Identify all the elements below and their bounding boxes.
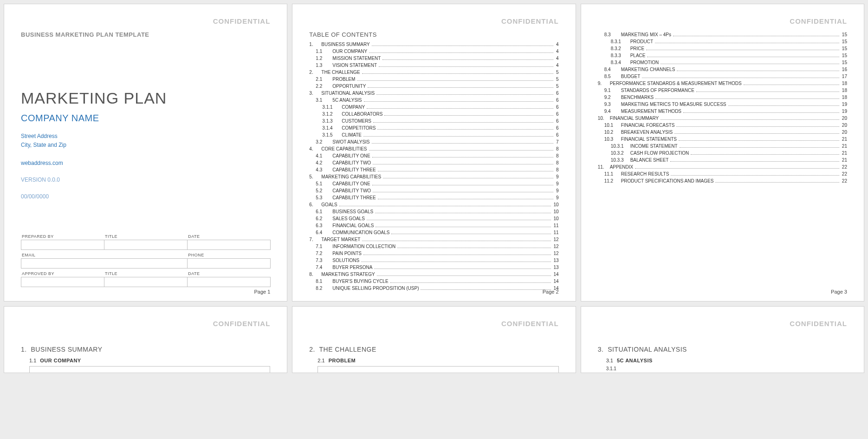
toc-leader-dots xyxy=(373,164,553,164)
toc-leader-dots xyxy=(383,178,553,178)
toc-leader-dots xyxy=(376,227,551,227)
toc-number: 9.1 xyxy=(604,87,618,94)
confidential-watermark: CONFIDENTIAL xyxy=(213,320,271,328)
page-1: CONFIDENTIAL BUSINESS MARKETING PLAN TEM… xyxy=(4,4,287,301)
toc-entry: 8.1BUYER'S BUYING CYCLE14 xyxy=(309,278,558,285)
toc-leader-dots xyxy=(363,255,551,255)
toc-leader-dots xyxy=(378,199,553,199)
toc-page: 6 xyxy=(555,118,559,124)
toc-number: 9.2 xyxy=(604,94,618,101)
signoff-form: PREPARED BY TITLE DATE EMAIL PHONE APPRO… xyxy=(21,232,270,287)
section-heading-1: 1. BUSINESS SUMMARY xyxy=(21,346,270,353)
toc-number: 8.5 xyxy=(604,73,618,80)
toc-entry: 3.1.4COMPETITORS6 xyxy=(309,124,558,131)
toc-leader-dots xyxy=(363,136,553,137)
toc-leader-dots xyxy=(655,98,839,99)
toc-leader-dots xyxy=(339,206,551,206)
toc-leader-dots xyxy=(728,105,839,106)
toc-page: 12 xyxy=(553,243,559,250)
toc-number: 6.1 xyxy=(316,208,330,215)
toc-leader-dots xyxy=(376,94,553,95)
toc-number: 2.1 xyxy=(316,76,330,83)
toc-entry: 6.2SALES GOALS10 xyxy=(309,215,558,222)
toc-number: 8.3.4 xyxy=(611,59,628,66)
toc-text: MARKETING METRICS TO MEASURE SUCCESS xyxy=(618,101,726,108)
input-date[interactable] xyxy=(187,240,271,250)
toc-number: 2.2 xyxy=(316,83,330,90)
toc-number: 10. xyxy=(598,115,607,122)
input-phone[interactable] xyxy=(187,258,271,269)
toc-text: CLIMATE xyxy=(339,131,362,138)
toc-number: 8.3.3 xyxy=(611,52,628,59)
toc-text: CAPABILITY TWO xyxy=(330,187,371,194)
input-approved-by[interactable] xyxy=(21,277,104,287)
toc-number: 1.2 xyxy=(316,55,330,62)
toc-text: PROBLEM xyxy=(330,76,355,83)
input-date-2[interactable] xyxy=(187,277,271,287)
toc-leader-dots xyxy=(364,101,554,102)
toc-text: OUR COMPANY xyxy=(330,48,367,55)
content-placeholder[interactable] xyxy=(29,366,270,373)
content-placeholder[interactable] xyxy=(317,366,558,373)
input-email[interactable] xyxy=(21,258,188,269)
section-title: SITUATIONAL ANALYSIS xyxy=(608,346,687,353)
table-of-contents: 1.BUSINESS SUMMARY41.1OUR COMPANY41.2MIS… xyxy=(309,41,558,292)
toc-page: 21 xyxy=(841,150,847,157)
toc-number: 10.3.1 xyxy=(611,143,628,150)
toc-number: 6. xyxy=(309,201,318,208)
toc-number: 10.3.3 xyxy=(611,157,628,164)
toc-entry: 3.1.1COMPANY6 xyxy=(309,104,558,111)
toc-leader-dots xyxy=(661,119,839,120)
toc-entry: 8.3.1PRODUCT15 xyxy=(598,38,847,45)
toc-page: 8 xyxy=(555,145,559,152)
toc-page: 9 xyxy=(555,187,559,194)
toc-page: 14 xyxy=(553,271,559,278)
toc-text: PRODUCT SPECIFICATIONS AND IMAGES xyxy=(618,177,714,184)
toc-number: 3.1.1 xyxy=(322,104,339,111)
toc-page: 10 xyxy=(553,215,559,222)
toc-leader-dots xyxy=(362,241,551,241)
toc-text: PLACE xyxy=(628,52,646,59)
toc-number: 11.1 xyxy=(604,170,618,177)
toc-number: 7.2 xyxy=(316,250,330,257)
toc-leader-dots xyxy=(677,71,839,71)
toc-page: 6 xyxy=(555,104,559,111)
section-heading-2: 3.15C ANALYSIS xyxy=(598,358,847,363)
toc-number: 8.2 xyxy=(316,285,330,292)
toc-leader-dots xyxy=(661,64,839,64)
toc-page: 15 xyxy=(841,38,847,45)
toc-page: 4 xyxy=(555,62,559,69)
toc-leader-dots xyxy=(378,171,553,171)
input-title[interactable] xyxy=(104,240,188,250)
toc-title: TABLE OF CONTENTS xyxy=(309,31,558,38)
toc-entry: 3.1.2COLLABORATORS6 xyxy=(309,111,558,118)
address-line-1: Street Address xyxy=(21,132,270,141)
toc-text: TARGET MARKET xyxy=(318,236,360,243)
toc-leader-dots xyxy=(670,161,839,162)
toc-entry: 9.3MARKETING METRICS TO MEASURE SUCCESS1… xyxy=(598,101,847,108)
toc-number: 9. xyxy=(598,80,607,87)
toc-page: 9 xyxy=(555,180,559,187)
toc-entry: 7.TARGET MARKET12 xyxy=(309,236,558,243)
toc-page: 12 xyxy=(553,236,559,243)
toc-entry: 9.2BENCHMARKS18 xyxy=(598,94,847,101)
toc-number: 11.2 xyxy=(604,177,618,184)
toc-text: BUYER PERSONA xyxy=(330,264,372,271)
toc-entry: 1.3VISION STATEMENT4 xyxy=(309,62,558,69)
toc-page: 14 xyxy=(553,278,559,285)
toc-entry: 6.GOALS10 xyxy=(309,201,558,208)
toc-entry: 3.2SWOT ANALYSIS7 xyxy=(309,138,558,145)
section-heading-3: 3.1.1 xyxy=(598,366,847,371)
input-prepared-by[interactable] xyxy=(21,240,104,250)
toc-entry: 7.2PAIN POINTS12 xyxy=(309,250,558,257)
toc-leader-dots xyxy=(372,46,553,46)
toc-leader-dots xyxy=(373,122,553,123)
toc-page: 18 xyxy=(841,80,847,87)
toc-text: RESEARCH RESULTS xyxy=(618,170,669,177)
toc-entry: 10.1FINANCIAL FORECASTS20 xyxy=(598,122,847,129)
toc-number: 1.3 xyxy=(316,62,330,69)
input-title-2[interactable] xyxy=(104,277,188,287)
toc-number: 3.1 xyxy=(316,97,330,104)
toc-text: PRICE xyxy=(628,45,645,52)
toc-number: 2. xyxy=(309,69,318,76)
